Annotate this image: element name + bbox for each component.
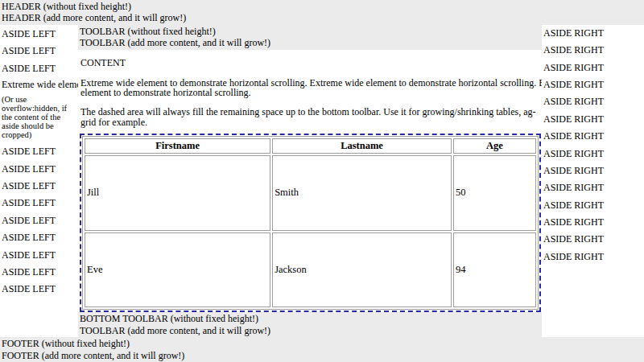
- table-cell-firstname: Eve: [85, 232, 270, 308]
- bottom-toolbar: BOTTOM TOOLBAR (without fixed height!) T…: [78, 312, 542, 337]
- wide-paragraph: Extreme wide element to demonstrate hori…: [80, 78, 542, 97]
- aside-left-label: ASIDE LEFT: [2, 45, 78, 56]
- aside-right-label: ASIDE RIGHT: [543, 233, 644, 245]
- aside-right-label: ASIDE RIGHT: [543, 182, 644, 193]
- aside-right-label: ASIDE RIGHT: [543, 27, 644, 39]
- table-header-age: Age: [453, 138, 536, 154]
- aside-right-label: ASIDE RIGHT: [543, 113, 644, 125]
- footer-line-2: FOOTER (add more content, and it will gr…: [2, 350, 642, 361]
- table-header-firstname: Firstname: [85, 138, 270, 154]
- footer-line-1: FOOTER (without fixed height!): [2, 338, 642, 349]
- aside-left-label: ASIDE LEFT: [2, 249, 78, 261]
- aside-right-label: ASIDE RIGHT: [543, 165, 644, 176]
- toolbar-line-1: TOOLBAR (without fixed height!): [80, 26, 540, 37]
- aside-left-label: ASIDE LEFT: [2, 197, 78, 208]
- aside-right-label: ASIDE RIGHT: [543, 148, 644, 159]
- aside-left-label: ASIDE LEFT: [2, 146, 78, 157]
- aside-right-label: ASIDE RIGHT: [543, 251, 644, 262]
- table-cell-firstname: Jill: [85, 155, 270, 231]
- content-region: CONTENT Extreme wide element to demonstr…: [78, 50, 542, 313]
- aside-left-label: ASIDE LEFT: [2, 163, 78, 175]
- main-column: TOOLBAR (without fixed height!) TOOLBAR …: [78, 25, 542, 337]
- middle-region: ASIDE LEFT ASIDE LEFT ASIDE LEFT Extreme…: [0, 25, 644, 337]
- dashed-area: Firstname Lastname Age Jill Smith 50: [80, 134, 541, 313]
- table-header-lastname: Lastname: [272, 138, 452, 154]
- aside-right-label: ASIDE RIGHT: [543, 200, 644, 211]
- aside-left: ASIDE LEFT ASIDE LEFT ASIDE LEFT Extreme…: [0, 25, 78, 337]
- aside-right-label: ASIDE RIGHT: [543, 96, 644, 107]
- aside-left-note: (Or use overflow:hidden, if the content …: [2, 95, 78, 139]
- aside-left-label: ASIDE LEFT: [2, 266, 78, 278]
- aside-left-label: ASIDE LEFT: [2, 232, 78, 243]
- table-cell-lastname: Jackson: [272, 232, 452, 308]
- dashed-area-note: The dashed area will always fill the rem…: [80, 107, 542, 126]
- aside-right-label: ASIDE RIGHT: [543, 62, 644, 73]
- aside-left-label: ASIDE LEFT: [2, 180, 78, 191]
- toolbar: TOOLBAR (without fixed height!) TOOLBAR …: [78, 25, 542, 50]
- aside-right-label: ASIDE RIGHT: [543, 44, 644, 56]
- app-header: HEADER (without fixed height!) HEADER (a…: [0, 0, 644, 25]
- table-row: Eve Jackson 94: [85, 232, 536, 308]
- app-footer: FOOTER (without fixed height!) FOOTER (a…: [0, 337, 644, 362]
- header-line-2: HEADER (add more content, and it will gr…: [2, 12, 642, 23]
- aside-left-wide-text: Extreme wide element to demonstrate hori…: [2, 80, 78, 89]
- aside-right-label: ASIDE RIGHT: [543, 130, 644, 142]
- aside-left-label: ASIDE LEFT: [2, 215, 78, 226]
- aside-right-label: ASIDE RIGHT: [543, 79, 644, 90]
- bottom-toolbar-line-2: TOOLBAR (add more content, and it will g…: [80, 325, 540, 336]
- table-header-row: Firstname Lastname Age: [85, 138, 536, 154]
- table-cell-age: 94: [453, 232, 536, 308]
- header-line-1: HEADER (without fixed height!): [2, 1, 642, 12]
- page: HEADER (without fixed height!) HEADER (a…: [0, 0, 644, 362]
- data-table: Firstname Lastname Age Jill Smith 50: [82, 136, 539, 311]
- aside-right: ASIDE RIGHT ASIDE RIGHT ASIDE RIGHT ASID…: [542, 25, 644, 337]
- table-cell-age: 50: [453, 155, 536, 231]
- toolbar-line-2: TOOLBAR (add more content, and it will g…: [80, 37, 540, 48]
- aside-right-label: ASIDE RIGHT: [543, 216, 644, 228]
- table-cell-lastname: Smith: [272, 155, 452, 231]
- aside-left-label: ASIDE LEFT: [2, 283, 78, 294]
- content-heading: CONTENT: [80, 57, 542, 68]
- aside-left-label: ASIDE LEFT: [2, 28, 78, 39]
- table-row: Jill Smith 50: [85, 155, 536, 231]
- aside-left-label: ASIDE LEFT: [2, 63, 78, 74]
- bottom-toolbar-line-1: BOTTOM TOOLBAR (without fixed height!): [80, 313, 540, 324]
